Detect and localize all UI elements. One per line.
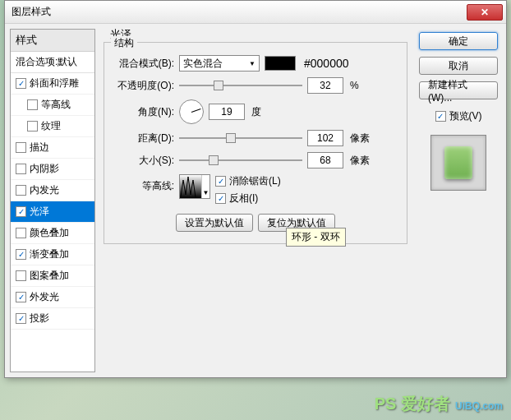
contour-picker[interactable]: ▼ bbox=[179, 174, 210, 199]
distance-input[interactable]: 102 bbox=[307, 130, 343, 146]
cancel-button[interactable]: 取消 bbox=[419, 57, 498, 75]
checkbox-icon bbox=[16, 313, 26, 324]
blend-options-item[interactable]: 混合选项:默认 bbox=[11, 52, 94, 73]
close-button[interactable]: ✕ bbox=[467, 4, 503, 21]
effect-item[interactable]: 外发光 bbox=[11, 287, 94, 308]
contour-row: 等高线: ▼ 消除锯齿(L) bbox=[113, 174, 398, 205]
effect-label: 外发光 bbox=[30, 290, 59, 304]
close-icon: ✕ bbox=[481, 7, 489, 18]
structure-title: 结构 bbox=[111, 36, 137, 50]
distance-row: 距离(D): 102 像素 bbox=[113, 130, 398, 146]
effect-label: 光泽 bbox=[30, 205, 49, 219]
watermark-url: UiBQ.com bbox=[455, 400, 503, 412]
effect-label: 图案叠加 bbox=[30, 269, 69, 283]
make-default-button[interactable]: 设置为默认值 bbox=[176, 214, 253, 232]
checkbox-icon bbox=[16, 164, 26, 174]
distance-label: 距离(D): bbox=[113, 132, 174, 145]
color-hex: #000000 bbox=[304, 57, 349, 70]
watermark-logo: PS 爱好者 bbox=[375, 393, 450, 415]
preview-gem-icon bbox=[444, 146, 472, 179]
effect-item[interactable]: 等高线 bbox=[11, 95, 94, 116]
effect-label: 纹理 bbox=[41, 119, 61, 133]
effect-label: 斜面和浮雕 bbox=[30, 76, 79, 90]
settings-panel: 光泽 结构 混合模式(B): 实色混合 ▼ #000000 不透明度(O): bbox=[95, 29, 416, 372]
checkbox-icon bbox=[16, 228, 26, 238]
effect-item[interactable]: 渐变叠加 bbox=[11, 244, 94, 265]
effect-item[interactable]: 描边 bbox=[11, 137, 94, 159]
effect-item[interactable]: 纹理 bbox=[11, 116, 94, 137]
window-title: 图层样式 bbox=[12, 5, 467, 19]
dialog-body: 样式 混合选项:默认 斜面和浮雕等高线纹理描边内阴影内发光光泽颜色叠加渐变叠加图… bbox=[5, 24, 506, 377]
effect-label: 等高线 bbox=[41, 98, 71, 112]
blend-mode-select[interactable]: 实色混合 ▼ bbox=[179, 55, 260, 72]
opacity-label: 不透明度(O): bbox=[113, 79, 174, 93]
angle-dial[interactable] bbox=[179, 99, 204, 124]
checkbox-icon bbox=[215, 193, 226, 204]
antialias-checkbox[interactable]: 消除锯齿(L) bbox=[215, 174, 281, 188]
size-label: 大小(S): bbox=[113, 154, 174, 168]
effect-item[interactable]: 图案叠加 bbox=[11, 265, 94, 287]
color-swatch[interactable] bbox=[265, 56, 296, 71]
blend-mode-value: 实色混合 bbox=[183, 57, 223, 71]
layer-style-dialog: 图层样式 ✕ 样式 混合选项:默认 斜面和浮雕等高线纹理描边内阴影内发光光泽颜色… bbox=[4, 0, 507, 378]
styles-header[interactable]: 样式 bbox=[11, 30, 94, 52]
checkbox-icon bbox=[16, 78, 26, 89]
effect-label: 描边 bbox=[30, 141, 49, 155]
contour-label: 等高线: bbox=[113, 179, 174, 193]
contour-tooltip: 环形 - 双环 bbox=[286, 228, 346, 247]
default-buttons: 设置为默认值 复位为默认值 bbox=[113, 214, 398, 232]
preview-thumbnail bbox=[430, 135, 486, 191]
checkbox-icon bbox=[16, 206, 26, 217]
checkbox-icon bbox=[215, 176, 226, 187]
size-unit: 像素 bbox=[350, 154, 370, 168]
angle-row: 角度(N): 19 度 bbox=[113, 99, 398, 124]
size-row: 大小(S): 68 像素 bbox=[113, 152, 398, 168]
effect-item[interactable]: 投影 bbox=[11, 308, 94, 330]
checkbox-icon bbox=[16, 249, 26, 260]
effect-item[interactable]: 颜色叠加 bbox=[11, 223, 94, 244]
effect-label: 投影 bbox=[30, 312, 49, 325]
blend-mode-row: 混合模式(B): 实色混合 ▼ #000000 bbox=[113, 55, 398, 72]
antialias-label: 消除锯齿(L) bbox=[229, 174, 281, 188]
watermark: PS 爱好者 UiBQ.com bbox=[375, 393, 503, 415]
effect-item[interactable]: 内阴影 bbox=[11, 159, 94, 180]
checkbox-icon bbox=[16, 142, 26, 153]
angle-unit: 度 bbox=[251, 105, 261, 119]
distance-unit: 像素 bbox=[350, 132, 370, 145]
opacity-input[interactable]: 32 bbox=[307, 77, 343, 94]
checkbox-icon bbox=[16, 185, 26, 196]
size-input[interactable]: 68 bbox=[307, 152, 343, 168]
angle-input[interactable]: 19 bbox=[209, 104, 245, 120]
opacity-row: 不透明度(O): 32 % bbox=[113, 77, 398, 94]
action-panel: 确定 取消 新建样式(W)... 预览(V) bbox=[416, 29, 501, 372]
titlebar[interactable]: 图层样式 ✕ bbox=[5, 1, 506, 24]
angle-label: 角度(N): bbox=[113, 105, 174, 119]
effect-label: 内发光 bbox=[30, 183, 59, 197]
ok-button[interactable]: 确定 bbox=[419, 32, 498, 50]
effect-item[interactable]: 内发光 bbox=[11, 180, 94, 201]
checkbox-icon bbox=[16, 270, 26, 281]
opacity-slider[interactable] bbox=[179, 79, 302, 92]
checkbox-icon bbox=[16, 292, 26, 302]
effect-item[interactable]: 斜面和浮雕 bbox=[11, 73, 94, 95]
contour-curve-icon bbox=[180, 175, 201, 198]
preview-checkbox[interactable]: 预览(V) bbox=[435, 109, 482, 123]
structure-group: 结构 混合模式(B): 实色混合 ▼ #000000 不透明度(O): 32 bbox=[104, 42, 407, 244]
effects-list: 样式 混合选项:默认 斜面和浮雕等高线纹理描边内阴影内发光光泽颜色叠加渐变叠加图… bbox=[10, 29, 95, 372]
checkbox-icon bbox=[27, 121, 38, 132]
blend-mode-label: 混合模式(B): bbox=[113, 57, 174, 71]
preview-label: 预览(V) bbox=[449, 109, 482, 123]
checkbox-icon bbox=[435, 111, 446, 122]
effect-label: 内阴影 bbox=[30, 162, 59, 176]
effect-label: 颜色叠加 bbox=[30, 226, 69, 240]
distance-slider[interactable] bbox=[179, 132, 302, 145]
effect-item[interactable]: 光泽 bbox=[11, 201, 94, 223]
size-slider[interactable] bbox=[179, 154, 302, 167]
new-style-button[interactable]: 新建样式(W)... bbox=[419, 81, 498, 99]
invert-label: 反相(I) bbox=[229, 192, 258, 205]
chevron-down-icon: ▼ bbox=[249, 60, 256, 67]
invert-checkbox[interactable]: 反相(I) bbox=[215, 192, 281, 205]
effect-label: 渐变叠加 bbox=[30, 247, 69, 261]
checkbox-icon bbox=[27, 99, 38, 110]
chevron-down-icon: ▼ bbox=[201, 175, 209, 198]
